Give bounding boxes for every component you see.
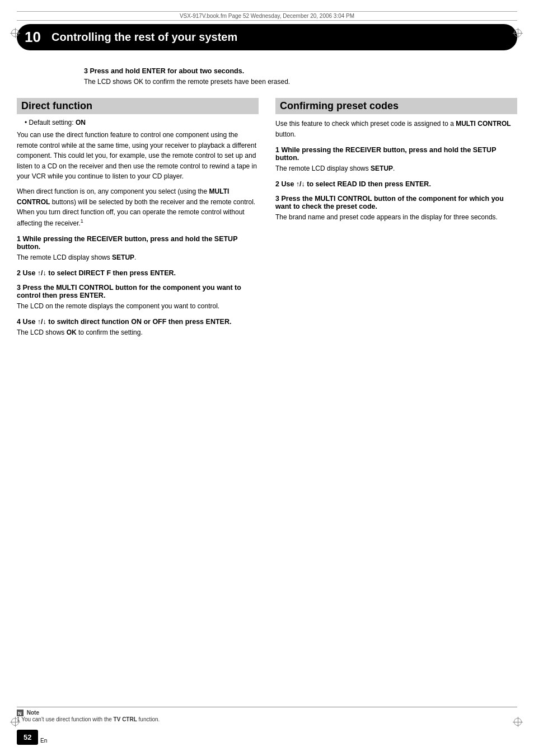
- circle-tl: [11, 29, 19, 37]
- chapter-heading: 10 Controlling the rest of your system: [17, 24, 517, 50]
- cpc-step1-heading: 1 While pressing the RECEIVER button, pr…: [275, 146, 517, 162]
- two-column-layout: Direct function • Default setting: ON Yo…: [17, 98, 517, 341]
- left-column: Direct function • Default setting: ON Yo…: [17, 98, 259, 341]
- chapter-number: 10: [25, 29, 43, 46]
- df-step3-text: The LCD on the remote displays the compo…: [17, 301, 259, 311]
- page-lang: En: [40, 738, 47, 744]
- note-icon: N: [17, 710, 24, 716]
- svg-text:N: N: [18, 711, 22, 716]
- df-step1-text: The remote LCD display shows SETUP.: [17, 252, 259, 262]
- df-step4-text: The LCD shows OK to confirm the setting.: [17, 327, 259, 337]
- df-step1-heading: 1 While pressing the RECEIVER button, pr…: [17, 235, 259, 251]
- corner-decoration-tr: [513, 28, 524, 39]
- chapter-title: Controlling the rest of your system: [51, 31, 237, 44]
- confirming-intro: Use this feature to check which preset c…: [275, 119, 517, 139]
- default-label: Default setting:: [29, 119, 76, 126]
- df-step4-heading: 4 Use ↑/↓ to switch direct function ON o…: [17, 318, 259, 326]
- header-meta: VSX-917V.book.fm Page 52 Wednesday, Dece…: [17, 11, 517, 21]
- cpc-step3-text: The brand name and preset code appears i…: [275, 212, 517, 222]
- right-column: Confirming preset codes Use this feature…: [275, 98, 517, 341]
- default-value: ON: [76, 119, 86, 126]
- direct-function-title: Direct function: [17, 98, 259, 114]
- direct-function-body2: When direct function is on, any componen…: [17, 186, 259, 228]
- footer-note-text: 1 You can't use direct function with the…: [17, 716, 160, 722]
- page-number-badge: 52: [17, 730, 38, 745]
- pre-section: 3 Press and hold ENTER for about two sec…: [84, 67, 297, 87]
- corner-decoration-tl: [10, 28, 21, 39]
- pre-step-text: The LCD shows OK to confirm the remote p…: [84, 77, 297, 87]
- direct-function-body1: You can use the direct function feature …: [17, 130, 259, 182]
- confirming-preset-section: Confirming preset codes Use this feature…: [275, 98, 517, 222]
- pre-step-heading: 3 Press and hold ENTER for about two sec…: [84, 67, 297, 75]
- direct-function-section: Direct function • Default setting: ON Yo…: [17, 98, 259, 337]
- footer-note: N Note 1 You can't use direct function w…: [17, 707, 517, 722]
- direct-function-default: • Default setting: ON: [25, 119, 259, 126]
- df-step2-heading: 2 Use ↑/↓ to select DIRECT F then press …: [17, 269, 259, 277]
- confirming-preset-title: Confirming preset codes: [275, 98, 517, 114]
- cpc-step3-heading: 3 Press the MULTI CONTROL button of the …: [275, 195, 517, 210]
- df-step3-heading: 3 Press the MULTI CONTROL button for the…: [17, 284, 259, 299]
- footnote-ref: 1: [81, 218, 83, 224]
- circle-tr: [514, 29, 522, 37]
- note-label: N Note: [17, 710, 39, 716]
- cpc-step1-text: The remote LCD display shows SETUP.: [275, 163, 517, 173]
- cpc-step2-heading: 2 Use ↑/↓ to select READ ID then press E…: [275, 180, 517, 188]
- page: VSX-917V.book.fm Page 52 Wednesday, Dece…: [0, 0, 534, 756]
